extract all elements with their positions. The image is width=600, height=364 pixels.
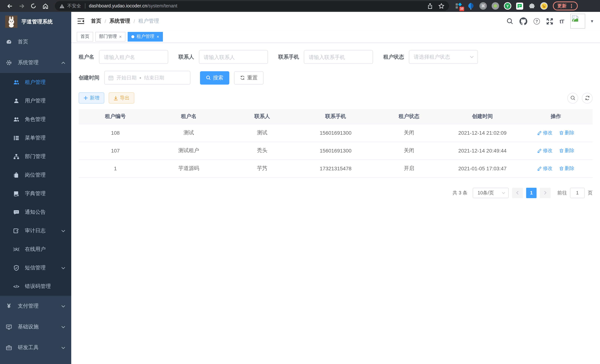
page-size-select[interactable]: 10条/页 (473, 187, 509, 198)
export-button[interactable]: 导出 (109, 92, 134, 103)
page-content: 租户名 联系人 联系手机 租户状态 请选择租户状态 (71, 43, 600, 364)
message-icon (13, 209, 19, 215)
delete-link[interactable]: 删除 (559, 147, 574, 154)
sidebar-item-payment[interactable]: ¥ 支付管理 (0, 296, 71, 317)
sidebar-item-label: 用户管理 (25, 98, 46, 104)
browser-extensions: 10 ⌘ Y (455, 2, 548, 10)
mobile-label: 联系手机 (278, 54, 299, 60)
sidebar-item-user[interactable]: 用户管理 (0, 92, 71, 110)
edit-link[interactable]: 修改 (537, 165, 553, 172)
tag-home[interactable]: 首页 (77, 32, 93, 41)
add-button[interactable]: 新增 (79, 92, 104, 103)
prev-page-button[interactable] (512, 187, 523, 198)
toolbox-icon (6, 345, 12, 351)
share-icon[interactable] (427, 3, 433, 9)
tenant-name-input[interactable] (99, 50, 168, 64)
trash-icon (559, 149, 564, 153)
extension-grid-diamond-icon[interactable]: 10 (455, 2, 462, 10)
create-time-range-picker[interactable]: 开始日期 - 结束日期 (104, 71, 190, 84)
tag-dept[interactable]: 部门管理 × (95, 32, 125, 41)
browser-toolbar: 不安全 dashboard.yudao.iocoder.cn/system/te… (0, 0, 600, 12)
sidebar-item-dev-tools[interactable]: 研发工具 (0, 337, 71, 358)
tag-close-icon[interactable]: × (119, 34, 122, 39)
status-select[interactable]: 请选择租户状态 (409, 50, 478, 64)
user-avatar-broken-image[interactable] (570, 14, 585, 28)
sidebar-item-post[interactable]: 岗位管理 (0, 166, 71, 184)
font-size-icon[interactable]: tT (560, 18, 564, 24)
browser-reload-button[interactable] (28, 1, 38, 11)
address-bar[interactable]: 不安全 dashboard.yudao.iocoder.cn/system/te… (55, 1, 449, 11)
goto-page-input[interactable] (570, 187, 585, 198)
reset-button[interactable]: 重置 (234, 71, 263, 84)
help-icon[interactable]: ? (534, 18, 540, 24)
delete-link[interactable]: 删除 (559, 130, 574, 136)
sidebar-item-dept[interactable]: 部门管理 (0, 147, 71, 166)
extension-chat-icon[interactable] (516, 2, 523, 9)
search-button[interactable]: 搜索 (200, 71, 229, 84)
contact-input[interactable] (199, 50, 268, 64)
tag-close-icon[interactable]: × (157, 34, 159, 39)
col-actions: 操作 (519, 109, 593, 124)
edit-link[interactable]: 修改 (537, 147, 553, 154)
yen-icon: ¥ (6, 303, 12, 309)
extension-kite-icon[interactable] (467, 2, 475, 10)
sidebar-item-label: 菜单管理 (25, 135, 46, 141)
col-tenant-name: 租户名 (152, 109, 225, 124)
sidebar-item-infra[interactable]: 基础设施 (0, 317, 71, 337)
browser-home-button[interactable] (40, 1, 50, 11)
back-icon (7, 3, 13, 9)
bookmark-star-icon[interactable] (438, 3, 445, 9)
toggle-search-button[interactable] (567, 93, 578, 103)
delete-link[interactable]: 删除 (559, 165, 574, 172)
tag-tenant-active[interactable]: 租户管理 × (128, 32, 163, 41)
tenant-table: 租户编号 租户名 联系人 联系手机 租户状态 创建时间 操作 108 测试 (79, 109, 593, 177)
extension-command-icon[interactable]: ⌘ (479, 2, 487, 10)
sidebar-item-label: 岗位管理 (25, 172, 46, 178)
extension-dot-icon[interactable] (492, 2, 499, 10)
shield-check-icon (13, 265, 19, 271)
filter-row-1: 租户名 联系人 联系手机 租户状态 请选择租户状态 (79, 50, 593, 64)
sidebar-fold-icon[interactable] (77, 18, 84, 25)
table-row: 107 测试租户 秃头 15601691300 关闭 2021-12-14 20… (79, 142, 593, 159)
fullscreen-icon[interactable] (546, 18, 553, 25)
page-number-1[interactable]: 1 (526, 187, 536, 198)
sidebar-item-audit-log[interactable]: 审计日志 (0, 222, 71, 240)
sidebar-item-sms[interactable]: 短信管理 (0, 259, 71, 277)
browser-update-button[interactable]: 更新 ⋮ (553, 1, 578, 10)
sidebar-item-label: 短信管理 (25, 265, 46, 271)
tenants-icon (13, 79, 19, 85)
page-unit: 页 (588, 189, 593, 196)
breadcrumb-system[interactable]: 系统管理 (110, 18, 130, 25)
sidebar-item-role[interactable]: 角色管理 (0, 110, 71, 129)
sidebar-item-online-users[interactable]: 在线用户 (0, 240, 71, 259)
avatar-caret-down-icon[interactable]: ▼ (590, 19, 594, 23)
profile-avatar[interactable] (540, 2, 548, 10)
sidebar-item-menu[interactable]: 菜单管理 (0, 129, 71, 147)
breadcrumb-home[interactable]: 首页 (91, 18, 101, 25)
sidebar-item-dict[interactable]: 字典管理 (0, 184, 71, 203)
sidebar-item-notice[interactable]: 通知公告 (0, 203, 71, 222)
col-contact: 联系人 (225, 109, 299, 124)
header-search-icon[interactable] (506, 18, 513, 25)
sidebar-item-home[interactable]: 首页 (0, 32, 71, 52)
browser-forward-button[interactable] (17, 1, 26, 11)
status-text: 关闭 (372, 142, 446, 159)
sidebar-logo-row[interactable]: 芋道管理系统 (0, 12, 71, 32)
goto-label: 前往 (557, 189, 567, 196)
forward-icon (18, 3, 25, 9)
next-page-button[interactable] (540, 187, 551, 198)
sidebar-item-system[interactable]: 系统管理 (0, 52, 71, 73)
github-icon[interactable] (519, 17, 527, 25)
search-icon (570, 95, 575, 101)
sidebar-item-error-code[interactable]: </> 错误码管理 (0, 277, 71, 296)
mobile-input[interactable] (304, 50, 373, 64)
extensions-puzzle-icon[interactable] (528, 2, 535, 10)
browser-back-button[interactable] (5, 1, 14, 11)
edit-link[interactable]: 修改 (537, 130, 553, 136)
total-count: 共 3 条 (452, 189, 468, 196)
sidebar-item-tenant[interactable]: 租户管理 (0, 73, 71, 92)
browser-menu-dots-icon[interactable]: ⋮ (569, 3, 574, 9)
refresh-table-button[interactable] (582, 93, 593, 103)
extension-yudao-icon[interactable]: Y (504, 2, 511, 10)
download-icon (113, 95, 118, 100)
